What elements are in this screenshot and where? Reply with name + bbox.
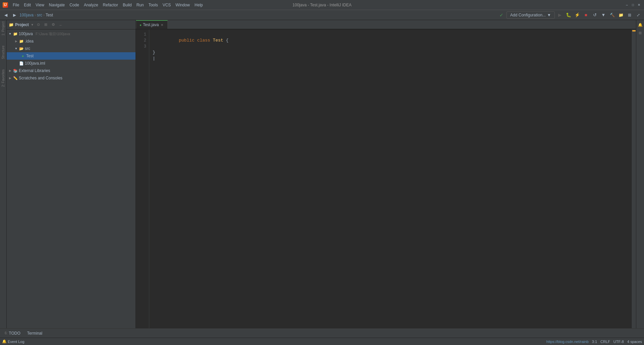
tool-strip: 🔔 ⊞ bbox=[636, 20, 644, 328]
rerun-button[interactable]: ↺ bbox=[591, 11, 598, 19]
right-panel-icon[interactable]: ⊞ bbox=[637, 29, 644, 36]
code-editor[interactable]: 1 2 3 public class Test { } bbox=[136, 29, 636, 328]
code-line-2: } bbox=[153, 50, 628, 56]
editor-tab-test[interactable]: ● Test.java ✕ bbox=[136, 20, 168, 29]
breadcrumb-src[interactable]: src bbox=[37, 13, 42, 17]
nav-right: ✓ Add Configuration... ▼ ▶ 🐛 ⚡ ■ ↺ ▼ 🔨 📁… bbox=[498, 11, 642, 19]
tree-item-src[interactable]: ▼ 📂 src bbox=[7, 45, 136, 52]
status-line-ending[interactable]: CRLF bbox=[600, 340, 610, 344]
left-panel-favorites[interactable]: 2: Favorites bbox=[1, 69, 5, 87]
code-content[interactable]: public class Test { } bbox=[149, 29, 631, 328]
tree-label-idea: .idea bbox=[25, 39, 34, 44]
tree-item-test[interactable]: ● Test bbox=[7, 52, 136, 60]
more-run-options[interactable]: ▼ bbox=[600, 11, 607, 19]
app-title: 100java - Test.java - IntelliJ IDEA bbox=[292, 3, 352, 7]
menu-item-build[interactable]: Build bbox=[121, 2, 134, 8]
build-button[interactable]: 🔨 bbox=[608, 11, 616, 19]
keyword-public: public bbox=[179, 38, 197, 43]
find-files-button[interactable]: 📁 bbox=[617, 11, 625, 19]
title-bar: IJ FileEditViewNavigateCodeAnalyzeRefact… bbox=[0, 0, 644, 10]
menu-item-tools[interactable]: Tools bbox=[147, 2, 160, 8]
run-with-coverage-button[interactable]: ⚡ bbox=[574, 11, 581, 19]
bottom-tab-terminal[interactable]: Terminal bbox=[24, 330, 45, 337]
tree-item-ext-libs[interactable]: ▶ 📚 External Libraries bbox=[7, 67, 136, 74]
status-event-log[interactable]: 🔔 Event Log bbox=[2, 339, 24, 344]
menu-item-navigate[interactable]: Navigate bbox=[47, 2, 67, 8]
menu-item-file[interactable]: File bbox=[11, 2, 21, 8]
menu-item-code[interactable]: Code bbox=[67, 2, 81, 8]
brace-open: { bbox=[223, 38, 229, 43]
minimize-button[interactable]: – bbox=[625, 3, 629, 7]
layout-button[interactable]: ⊞ bbox=[43, 21, 49, 28]
menu-item-window[interactable]: Window bbox=[173, 2, 192, 8]
line-num-3: 3 bbox=[144, 44, 146, 50]
tree-item-root[interactable]: ▼ 📁 100java F:\Java 项目\100java bbox=[7, 30, 136, 38]
menu-item-refactor[interactable]: Refactor bbox=[101, 2, 120, 8]
editor-right-gutter bbox=[631, 29, 636, 328]
tree-expand-ext-libs: ▶ bbox=[8, 69, 12, 73]
tree-label-test: Test bbox=[26, 54, 34, 58]
file-icon-test: ● bbox=[20, 53, 25, 59]
gutter-indicator bbox=[632, 30, 636, 31]
project-label: Project bbox=[15, 22, 29, 27]
maximize-button[interactable]: □ bbox=[631, 3, 635, 7]
scope-button[interactable]: ⊙ bbox=[35, 21, 42, 28]
add-configuration-button[interactable]: Add Configuration... ▼ bbox=[506, 11, 555, 19]
nav-bar: ◀ ▶ 100java › src › Test ✓ Add Configura… bbox=[0, 10, 644, 20]
project-panel-title[interactable]: 📁 Project ▼ bbox=[9, 22, 34, 27]
editor-area: ● Test.java ✕ 1 2 3 public class Test { … bbox=[136, 20, 636, 328]
terminal-tab-label: Terminal bbox=[27, 331, 42, 336]
expand-button[interactable]: ⤢ bbox=[635, 11, 642, 19]
intellisense-icon[interactable]: ✓ bbox=[498, 11, 505, 19]
nav-forward-button[interactable]: ▶ bbox=[11, 11, 18, 19]
tree-item-scratches[interactable]: ▶ ✏️ Scratches and Consoles bbox=[7, 74, 136, 82]
breadcrumb: 100java › src › Test bbox=[19, 13, 53, 17]
tree-label-scratches: Scratches and Consoles bbox=[19, 76, 62, 80]
tree-item-idea[interactable]: ▶ 📁 .idea bbox=[7, 38, 136, 45]
menu-item-help[interactable]: Help bbox=[193, 2, 205, 8]
settings-layout-button[interactable]: ⊞ bbox=[626, 11, 633, 19]
tree-expand-scratches: ▶ bbox=[8, 76, 12, 80]
project-tree: ▼ 📁 100java F:\Java 项目\100java ▶ 📁 .idea… bbox=[7, 29, 136, 328]
add-config-label: Add Configuration... bbox=[510, 13, 546, 17]
status-url[interactable]: https://blog.csdn.net/rainb bbox=[546, 340, 589, 344]
project-icon: 📁 bbox=[9, 22, 14, 27]
bottom-tab-todo[interactable]: 6: TODO bbox=[2, 330, 23, 337]
left-panel-structure[interactable]: Structure bbox=[1, 46, 5, 59]
tree-label-src: src bbox=[25, 46, 30, 51]
menu-bar: FileEditViewNavigateCodeAnalyzeRefactorB… bbox=[11, 2, 205, 8]
line-num-1: 1 bbox=[144, 31, 146, 38]
breadcrumb-project[interactable]: 100java bbox=[19, 13, 34, 17]
status-indent[interactable]: 4 spaces bbox=[627, 340, 642, 344]
close-button[interactable]: ✕ bbox=[637, 3, 641, 7]
todo-tab-label: TODO bbox=[9, 331, 20, 336]
stop-button[interactable]: ■ bbox=[582, 11, 590, 19]
status-position[interactable]: 3:1 bbox=[592, 340, 597, 344]
menu-item-view[interactable]: View bbox=[34, 2, 46, 8]
tree-expand-root: ▼ bbox=[8, 32, 12, 36]
menu-item-run[interactable]: Run bbox=[135, 2, 146, 8]
settings-button[interactable]: ⚙ bbox=[50, 21, 57, 28]
menu-item-edit[interactable]: Edit bbox=[22, 2, 33, 8]
status-encoding[interactable]: UTF-8 bbox=[613, 340, 624, 344]
run-button[interactable]: ▶ bbox=[556, 11, 564, 19]
tab-icon: ● bbox=[140, 23, 142, 27]
close-panel-button[interactable]: – bbox=[57, 21, 64, 28]
event-log-label: Event Log bbox=[8, 340, 24, 344]
project-panel: 📁 Project ▼ ⊙ ⊞ ⚙ – ▼ 📁 100java F:\Java … bbox=[7, 20, 136, 328]
main-layout: 1: Project Structure 2: Favorites 📁 Proj… bbox=[0, 20, 644, 328]
tab-label: Test.java bbox=[143, 22, 159, 27]
add-config-arrow: ▼ bbox=[547, 13, 551, 17]
nav-back-button[interactable]: ◀ bbox=[2, 11, 9, 19]
notifications-icon[interactable]: 🔔 bbox=[637, 21, 644, 28]
folder-icon-root: 📁 bbox=[13, 31, 18, 37]
debug-button[interactable]: 🐛 bbox=[565, 11, 572, 19]
menu-item-analyze[interactable]: Analyze bbox=[82, 2, 100, 8]
panel-toolbar: ⊙ ⊞ ⚙ – bbox=[35, 21, 64, 28]
left-panel-project[interactable]: 1: Project bbox=[1, 21, 5, 36]
tree-item-iml[interactable]: 📄 100java.iml bbox=[7, 60, 136, 67]
tab-close-button[interactable]: ✕ bbox=[160, 23, 164, 27]
keyword-class: class bbox=[197, 38, 213, 43]
title-bar-left: IJ FileEditViewNavigateCodeAnalyzeRefact… bbox=[3, 2, 205, 8]
menu-item-vcs[interactable]: VCS bbox=[161, 2, 173, 8]
